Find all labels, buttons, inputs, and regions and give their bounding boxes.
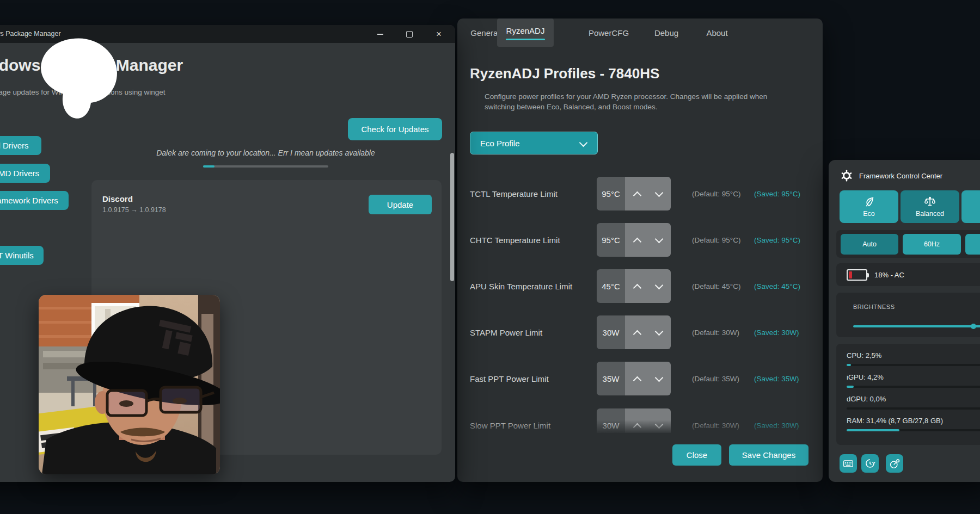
value-stepper: 45°C <box>597 269 671 303</box>
brightness-slider-thumb[interactable] <box>971 324 976 329</box>
nav-button-amd-drivers[interactable]: AMD Drivers <box>0 164 50 183</box>
setting-row: TCTL Temperature Limit 95°C (Default: 95… <box>457 177 823 210</box>
check-for-updates-button[interactable]: Check for Updates <box>348 118 442 140</box>
chevron-up-icon <box>633 423 641 431</box>
close-icon: × <box>436 29 442 39</box>
close-button[interactable]: Close <box>672 444 721 466</box>
value-stepper: 35W <box>597 362 671 395</box>
dgpu-usage-bar <box>847 407 980 410</box>
gauge-gear-icon <box>889 458 901 469</box>
value-stepper: 95°C <box>597 177 671 210</box>
default-value: (Default: 35W) <box>692 375 739 383</box>
saved-value: (Saved: 30W) <box>754 422 799 430</box>
webcam-overlay <box>39 295 220 474</box>
setting-row: STAPM Power Limit 30W (Default: 30W) (Sa… <box>457 315 823 349</box>
profile-dropdown-value: Eco Profile <box>480 139 520 148</box>
mode-button-balanced[interactable]: Balanced <box>901 190 959 223</box>
settings-scroll-area: TCTL Temperature Limit 95°C (Default: 95… <box>457 165 823 433</box>
keyboard-button[interactable] <box>840 454 857 473</box>
ram-usage-label: RAM: 31,4% (8,7 GB/27,8 GB) <box>847 417 943 425</box>
chevron-up-icon <box>633 237 641 246</box>
setting-label: Slow PPT Power Limit <box>470 421 550 430</box>
nav-button-ctt-winutils[interactable]: CTT Winutils <box>0 246 44 265</box>
stepper-value: 95°C <box>597 177 625 210</box>
stepper-value: 95°C <box>597 223 625 257</box>
saved-value: (Saved: 95°C) <box>754 236 800 244</box>
history-button[interactable] <box>861 454 879 473</box>
chevron-up-icon <box>633 283 641 292</box>
tab-about[interactable]: About <box>701 18 733 47</box>
dgpu-usage-label: dGPU: 0,0% <box>847 395 886 403</box>
mode-button-label: Balanced <box>916 210 944 218</box>
update-item-version: 1.0.9175 → 1.0.9178 <box>102 206 166 214</box>
chevron-down-icon <box>654 234 663 243</box>
brightness-slider[interactable] <box>853 325 980 327</box>
cpu-usage-bar <box>847 364 980 366</box>
saved-value: (Saved: 95°C) <box>754 190 800 198</box>
increment-button[interactable] <box>631 324 643 340</box>
decrement-button[interactable] <box>653 417 665 433</box>
mode-button-label: Eco <box>863 210 875 218</box>
setting-row: Fast PPT Power Limit 35W (Default: 35W) … <box>457 362 823 395</box>
decrement-button[interactable] <box>653 185 665 202</box>
increment-button[interactable] <box>631 185 643 202</box>
refresh-60hz-button[interactable]: 60Hz <box>903 234 961 255</box>
increment-button[interactable] <box>631 278 643 294</box>
stepper-value: 45°C <box>597 269 625 303</box>
brightness-group: BRIGHTNESS <box>836 293 980 337</box>
decrement-button[interactable] <box>653 370 665 387</box>
stats-group: CPU: 2,5% iGPU: 4,2% dGPU: 0,0% RAM: 31,… <box>836 344 980 445</box>
profile-dropdown[interactable]: Eco Profile <box>470 132 598 154</box>
decrement-button[interactable] <box>653 278 665 294</box>
increment-button[interactable] <box>631 417 643 433</box>
tuning-button[interactable] <box>886 454 903 473</box>
battery-status: 18% - AC <box>874 271 904 279</box>
tab-debug[interactable]: Debug <box>650 18 683 47</box>
desktop: General RyzenADJ PowerCFG Debug About Ry… <box>0 0 980 514</box>
tab-ryzenadj[interactable]: RyzenADJ <box>497 18 554 47</box>
decrement-button[interactable] <box>653 324 665 340</box>
mode-button-clipped[interactable] <box>961 190 980 223</box>
tab-general[interactable]: General <box>470 18 500 47</box>
battery-icon <box>847 269 869 281</box>
close-button[interactable]: × <box>426 25 451 43</box>
update-item-name: Discord <box>102 194 133 203</box>
chevron-down-icon <box>654 327 663 336</box>
refresh-rate-group: Auto 60Hz <box>836 230 980 258</box>
tab-powercfg[interactable]: PowerCFG <box>587 18 630 47</box>
value-stepper: 30W <box>597 315 671 349</box>
scrollbar-thumb[interactable] <box>450 153 454 281</box>
nav-button-framework-drivers[interactable]: Framework Drivers <box>0 191 69 210</box>
keyboard-icon <box>843 459 854 468</box>
nav-button-intel-drivers[interactable]: Intel Drivers <box>0 136 41 155</box>
stepper-value: 30W <box>597 408 625 433</box>
stepper-value: 30W <box>597 315 625 349</box>
chevron-down-icon <box>654 420 663 429</box>
save-changes-button[interactable]: Save Changes <box>729 444 808 466</box>
maximize-button[interactable] <box>397 25 422 43</box>
setting-label: TCTL Temperature Limit <box>470 189 558 199</box>
saved-value: (Saved: 35W) <box>754 375 799 383</box>
brightness-label: BRIGHTNESS <box>853 304 895 310</box>
decrement-button[interactable] <box>653 232 665 248</box>
minimize-button[interactable] <box>367 25 393 43</box>
chevron-up-icon <box>633 376 641 385</box>
leaf-icon <box>863 196 875 208</box>
setting-label: Fast PPT Power Limit <box>470 374 549 383</box>
update-progress-bar <box>203 165 328 168</box>
increment-button[interactable] <box>631 232 643 248</box>
update-button[interactable]: Update <box>369 195 432 214</box>
increment-button[interactable] <box>631 370 643 387</box>
stepper-value: 35W <box>597 362 625 395</box>
setting-label: CHTC Temperature Limit <box>470 236 560 245</box>
mode-button-eco[interactable]: Eco <box>840 190 898 223</box>
ram-usage-bar <box>847 429 980 431</box>
refresh-auto-button[interactable]: Auto <box>841 234 898 255</box>
setting-row: CHTC Temperature Limit 95°C (Default: 95… <box>457 223 823 257</box>
minimize-icon <box>377 34 383 35</box>
setting-row: Slow PPT Power Limit 30W (Default: 30W) … <box>457 408 823 433</box>
value-stepper: 95°C <box>597 223 671 257</box>
chevron-up-icon <box>633 191 641 200</box>
ryzenadj-settings-window: General RyzenADJ PowerCFG Debug About Ry… <box>457 18 823 482</box>
refresh-button-clipped[interactable] <box>965 234 980 255</box>
